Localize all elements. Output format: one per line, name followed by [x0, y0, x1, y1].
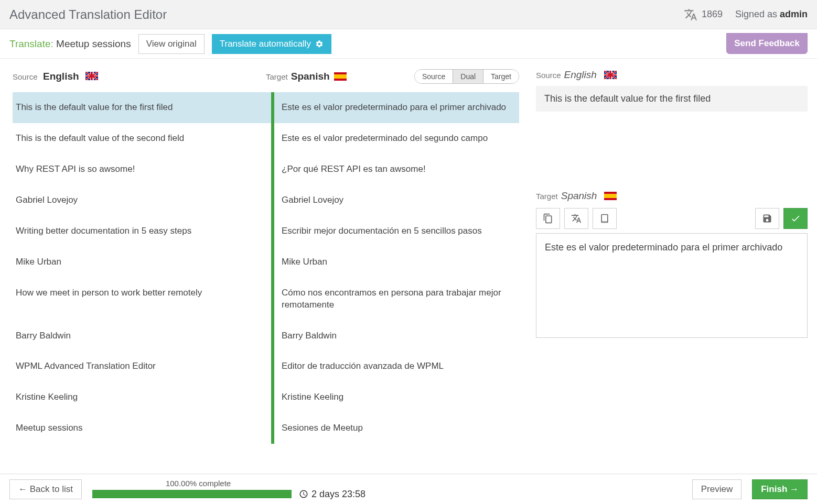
copy-source-button[interactable] — [536, 208, 560, 229]
flag-en-icon — [604, 71, 617, 79]
main-split: Source English Target Spanish Source Dua… — [0, 59, 817, 444]
segment-row[interactable]: How we meet in person to work better rem… — [13, 278, 519, 321]
segment-source: Kristine Keeling — [13, 382, 271, 413]
segment-target: Barry Baldwin — [274, 321, 519, 352]
source-lang-header: Source English — [13, 71, 266, 82]
segment-source: Meetup sessions — [13, 413, 271, 444]
view-original-button[interactable]: View original — [138, 34, 205, 54]
signed-as: Signed as admin — [735, 9, 808, 20]
translate-icon — [684, 8, 697, 21]
translate-auto-button[interactable]: Translate automatically — [212, 34, 331, 54]
view-mode-target[interactable]: Target — [483, 70, 519, 83]
segment-source: How we meet in person to work better rem… — [13, 278, 271, 321]
segment-source: Writing better documentation in 5 easy s… — [13, 216, 271, 247]
app-header: Advanced Translation Editor 1869 Signed … — [0, 0, 817, 29]
app-title: Advanced Translation Editor — [9, 7, 684, 22]
book-icon — [599, 213, 610, 224]
segment-source: Mike Urban — [13, 247, 271, 278]
editor-toolbar — [536, 208, 808, 229]
view-mode-toggle: Source Dual Target — [414, 69, 519, 84]
editor-target-header: Target Spanish — [536, 190, 808, 202]
header-right: 1869 Signed as admin — [684, 8, 808, 21]
segment-row[interactable]: WPML Advanced Translation EditorEditor d… — [13, 351, 519, 382]
glossary-button[interactable] — [593, 208, 617, 229]
segment-target: Sesiones de Meetup — [274, 413, 519, 444]
segments-panel: Source English Target Spanish Source Dua… — [0, 59, 523, 444]
segments-header: Source English Target Spanish Source Dua… — [13, 69, 519, 84]
toolbar: Translate: Meetup sessions View original… — [0, 29, 817, 59]
segment-source: Barry Baldwin — [13, 321, 271, 352]
segment-target: ¿Por qué REST API es tan awsome! — [274, 154, 519, 185]
gear-icon — [315, 40, 324, 48]
machine-translate-button[interactable] — [564, 208, 588, 229]
editor-source-header: Source English — [536, 69, 808, 81]
editor-source-text: This is the default value for the first … — [536, 86, 808, 112]
segment-row[interactable]: Gabriel LovejoyGabriel Lovejoy — [13, 185, 519, 216]
confirm-button[interactable] — [783, 208, 808, 229]
segment-row[interactable]: This is the default value for the first … — [13, 92, 519, 123]
segment-target: Editor de traducción avanzada de WPML — [274, 351, 519, 382]
word-count: 1869 — [684, 8, 723, 21]
check-icon — [790, 213, 801, 224]
view-mode-source[interactable]: Source — [415, 70, 453, 83]
target-textarea[interactable] — [536, 233, 808, 338]
segment-target: Kristine Keeling — [274, 382, 519, 413]
job-label: Translate: Meetup sessions — [9, 38, 131, 50]
flag-es-icon — [334, 72, 347, 81]
segment-row[interactable]: Kristine KeelingKristine Keeling — [13, 382, 519, 413]
segment-source: This is the default value of the second … — [13, 123, 271, 154]
save-draft-button[interactable] — [755, 208, 779, 229]
segments-list[interactable]: This is the default value for the first … — [13, 92, 519, 444]
flag-en-icon — [85, 72, 98, 80]
segment-target: Gabriel Lovejoy — [274, 185, 519, 216]
segment-row[interactable]: This is the default value of the second … — [13, 123, 519, 154]
segment-source: WPML Advanced Translation Editor — [13, 351, 271, 382]
segment-source: Why REST API is so awsome! — [13, 154, 271, 185]
save-icon — [762, 213, 772, 224]
word-count-value: 1869 — [702, 9, 723, 20]
send-feedback-button[interactable]: Send Feedback — [726, 33, 808, 54]
segment-source: Gabriel Lovejoy — [13, 185, 271, 216]
copy-icon — [543, 213, 553, 224]
segment-row[interactable]: Why REST API is so awsome!¿Por qué REST … — [13, 154, 519, 185]
target-lang-header: Target Spanish Source Dual Target — [266, 69, 519, 84]
translate-icon — [571, 213, 582, 224]
segment-target: Este es el valor predeterminado para el … — [274, 92, 519, 123]
view-mode-dual[interactable]: Dual — [453, 70, 483, 83]
flag-es-icon — [604, 192, 617, 200]
segment-target: Mike Urban — [274, 247, 519, 278]
editor-panel: Source English This is the default value… — [523, 59, 817, 444]
segment-row[interactable]: Meetup sessionsSesiones de Meetup — [13, 413, 519, 444]
segment-row[interactable]: Mike UrbanMike Urban — [13, 247, 519, 278]
segment-target: Escribir mejor documentación en 5 sencil… — [274, 216, 519, 247]
segment-source: This is the default value for the first … — [13, 92, 271, 123]
segment-target: Este es el valor predeterminado del segu… — [274, 123, 519, 154]
segment-row[interactable]: Writing better documentation in 5 easy s… — [13, 216, 519, 247]
segment-target: Cómo nos encontramos en persona para tra… — [274, 278, 519, 321]
segment-row[interactable]: Barry BaldwinBarry Baldwin — [13, 321, 519, 352]
